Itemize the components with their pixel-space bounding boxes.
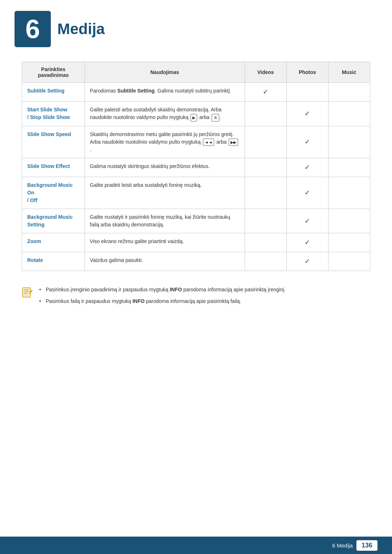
- table-cell-videos: [245, 209, 286, 233]
- table-cell-param: Zoom: [22, 233, 85, 252]
- table-row: ZoomViso ekrano režimu galite priartinti…: [22, 233, 370, 252]
- table-cell-videos: [245, 102, 286, 126]
- table-cell-videos: ✓: [245, 83, 286, 102]
- page-title: Medija: [57, 20, 105, 38]
- table-cell-param: Start Slide Show/ Stop Slide Show: [22, 102, 85, 126]
- table-cell-videos: [245, 177, 286, 209]
- table-row: RotateVaizdus galima pasukti.✓: [22, 252, 370, 271]
- table-cell-music: [328, 177, 370, 209]
- checkmark-icon: ✓: [263, 88, 268, 95]
- table-row: Slide Show SpeedSkaidrių demonstravimo m…: [22, 126, 370, 158]
- table-cell-music: [328, 233, 370, 252]
- table-row: Start Slide Show/ Stop Slide ShowGalite …: [22, 102, 370, 126]
- table-cell-photos: ✓: [286, 177, 328, 209]
- table-cell-description: Skaidrių demonstravimo metu galite pasir…: [85, 126, 245, 158]
- note-item: Pasirinkus įrenginio pavadinimą ir paspa…: [39, 286, 286, 294]
- table-row: Subtitle SettingParodomas Subtitle Setti…: [22, 83, 370, 102]
- table-cell-description: Parodomas Subtitle Setting. Galima nusta…: [85, 83, 245, 102]
- col-header-usage: Naudojimas: [85, 62, 245, 83]
- table-row: Slide Show EffectGalima nustatyti skirti…: [22, 158, 370, 177]
- table-cell-param: Background Music On/ Off: [22, 177, 85, 209]
- table-cell-param: Background Music Setting: [22, 209, 85, 233]
- checkmark-icon: ✓: [305, 189, 310, 196]
- table-cell-description: Vaizdus galima pasukti.: [85, 252, 245, 271]
- page-header: 6 Medija: [0, 0, 392, 54]
- table-cell-description: Galima nustatyti skirtingus skaidrių per…: [85, 158, 245, 177]
- table-cell-music: [328, 126, 370, 158]
- note-icon: [22, 286, 33, 298]
- table-cell-description: Galite pradėti leisti arba sustabdyti fo…: [85, 177, 245, 209]
- col-header-photos: Photos: [286, 62, 328, 83]
- checkmark-icon: ✓: [305, 258, 310, 265]
- page-footer: 6 Medija 136: [0, 537, 392, 554]
- features-table: Parinktiespavadinimas Naudojimas Videos …: [22, 62, 370, 271]
- main-table-container: Parinktiespavadinimas Naudojimas Videos …: [0, 54, 392, 282]
- table-cell-param: Slide Show Speed: [22, 126, 85, 158]
- table-cell-param: Rotate: [22, 252, 85, 271]
- chapter-number: 6: [15, 11, 51, 47]
- table-cell-videos: [245, 233, 286, 252]
- table-cell-music: [328, 158, 370, 177]
- checkmark-icon: ✓: [305, 164, 310, 171]
- notes-section: Pasirinkus įrenginio pavadinimą ir paspa…: [0, 282, 392, 320]
- table-header-row: Parinktiespavadinimas Naudojimas Videos …: [22, 62, 370, 83]
- table-cell-music: [328, 209, 370, 233]
- table-cell-photos: ✓: [286, 252, 328, 271]
- table-cell-param: Slide Show Effect: [22, 158, 85, 177]
- table-cell-description: Galite nustatyti ir pasirinkti foninę mu…: [85, 209, 245, 233]
- svg-rect-0: [23, 288, 30, 297]
- checkmark-icon: ✓: [305, 239, 310, 246]
- table-cell-photos: ✓: [286, 102, 328, 126]
- notes-list: Pasirinkus įrenginio pavadinimą ir paspa…: [39, 286, 286, 309]
- table-cell-param: Subtitle Setting: [22, 83, 85, 102]
- table-cell-photos: ✓: [286, 233, 328, 252]
- table-cell-photos: [286, 83, 328, 102]
- footer-label: 6 Medija: [332, 542, 353, 549]
- col-header-videos: Videos: [245, 62, 286, 83]
- table-cell-videos: [245, 126, 286, 158]
- checkmark-icon: ✓: [305, 138, 310, 145]
- table-row: Background Music SettingGalite nustatyti…: [22, 209, 370, 233]
- note-item: Pasirinkus failą ir paspaudus mygtuką IN…: [39, 297, 286, 305]
- checkmark-icon: ✓: [305, 217, 310, 225]
- table-cell-description: Viso ekrano režimu galite priartinti vai…: [85, 233, 245, 252]
- table-cell-videos: [245, 252, 286, 271]
- table-cell-photos: ✓: [286, 209, 328, 233]
- col-header-params: Parinktiespavadinimas: [22, 62, 85, 83]
- col-header-music: Music: [328, 62, 370, 83]
- table-cell-photos: ✓: [286, 126, 328, 158]
- table-cell-videos: [245, 158, 286, 177]
- table-row: Background Music On/ OffGalite pradėti l…: [22, 177, 370, 209]
- table-cell-photos: ✓: [286, 158, 328, 177]
- checkmark-icon: ✓: [305, 110, 310, 117]
- table-cell-music: [328, 252, 370, 271]
- table-cell-music: [328, 102, 370, 126]
- table-cell-description: Galite paleisti arba sustabdyti skaidrių…: [85, 102, 245, 126]
- table-cell-music: [328, 83, 370, 102]
- footer-page-number: 136: [356, 540, 377, 551]
